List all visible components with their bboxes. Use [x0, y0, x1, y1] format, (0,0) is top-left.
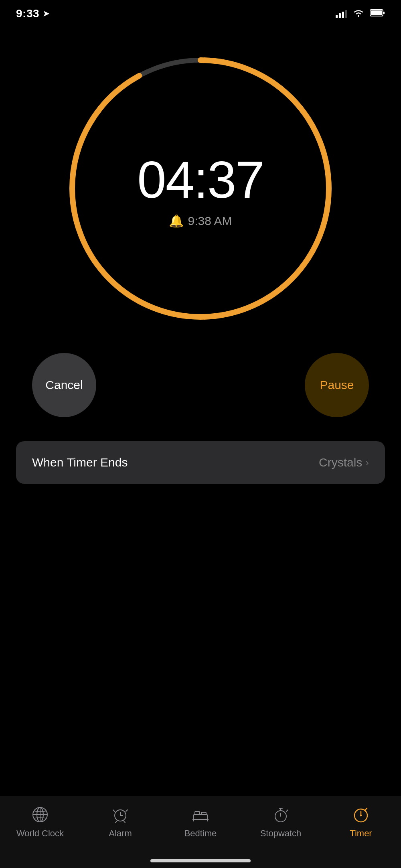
- timer-time: 04:37: [137, 150, 263, 210]
- tab-world-clock-label: World Clock: [16, 828, 64, 839]
- world-clock-icon: [30, 804, 51, 825]
- timer-icon: [350, 804, 371, 825]
- tab-bedtime[interactable]: Bedtime: [172, 804, 229, 839]
- timer-display: 04:37 🔔 9:38 AM: [137, 150, 263, 228]
- alarm-icon: [110, 804, 131, 825]
- tab-timer[interactable]: Timer: [333, 804, 389, 839]
- timer-alarm-time: 9:38 AM: [188, 214, 232, 227]
- bell-icon: 🔔: [169, 214, 184, 228]
- svg-rect-3: [371, 10, 382, 15]
- tab-world-clock[interactable]: World Clock: [12, 804, 68, 839]
- svg-rect-2: [383, 12, 385, 14]
- timer-ends-label: When Timer Ends: [32, 456, 128, 469]
- status-bar: 9:33 ➤: [0, 0, 401, 24]
- status-time: 9:33: [16, 7, 39, 20]
- timer-alarm: 🔔 9:38 AM: [137, 214, 263, 228]
- location-icon: ➤: [43, 8, 50, 19]
- tab-stopwatch[interactable]: Stopwatch: [253, 804, 309, 839]
- status-icons: [336, 8, 385, 19]
- svg-rect-14: [195, 811, 200, 815]
- tab-stopwatch-label: Stopwatch: [260, 828, 302, 839]
- tab-alarm-label: Alarm: [109, 828, 132, 839]
- svg-point-0: [358, 15, 359, 17]
- svg-point-26: [360, 815, 362, 816]
- tab-alarm[interactable]: Alarm: [92, 804, 148, 839]
- wifi-icon: [353, 8, 364, 19]
- timer-ends-row[interactable]: When Timer Ends Crystals ›: [16, 441, 385, 484]
- bedtime-icon: [190, 804, 211, 825]
- pause-button[interactable]: Pause: [305, 353, 369, 417]
- tab-timer-label: Timer: [350, 828, 372, 839]
- timer-ends-value: Crystals ›: [319, 456, 369, 469]
- cancel-button[interactable]: Cancel: [32, 353, 96, 417]
- svg-rect-13: [193, 815, 208, 819]
- signal-bars-icon: [336, 9, 347, 18]
- svg-line-27: [365, 808, 367, 810]
- timer-ends-sound: Crystals: [319, 456, 362, 469]
- battery-icon: [370, 9, 385, 18]
- tab-bar: World Clock Alarm: [0, 796, 401, 868]
- chevron-right-icon: ›: [365, 456, 369, 469]
- button-row: Cancel Pause: [0, 353, 401, 417]
- timer-section: 04:37 🔔 9:38 AM: [0, 48, 401, 329]
- tab-bedtime-label: Bedtime: [184, 828, 217, 839]
- svg-rect-15: [201, 812, 206, 815]
- home-indicator: [150, 859, 251, 862]
- svg-line-23: [286, 810, 288, 811]
- timer-circle-container: 04:37 🔔 9:38 AM: [60, 48, 341, 329]
- stopwatch-icon: [270, 804, 291, 825]
